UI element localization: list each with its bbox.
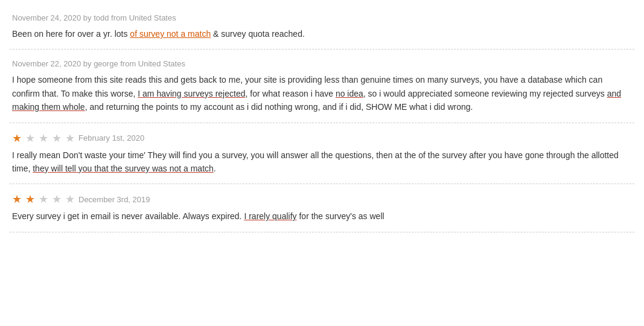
review-divider bbox=[10, 232, 634, 232]
highlighted-text: I rarely qualify bbox=[244, 211, 296, 221]
star-filled-icon: ★ bbox=[12, 133, 22, 144]
star-filled-icon: ★ bbox=[25, 194, 35, 205]
review-block: ★★★★★February 1st, 2020I really mean Don… bbox=[10, 127, 634, 181]
star-empty-icon: ★ bbox=[25, 133, 35, 144]
review-block: November 24, 2020 by todd from United St… bbox=[10, 7, 634, 45]
reviews-container: November 24, 2020 by todd from United St… bbox=[10, 7, 634, 232]
highlighted-text: and making them whole bbox=[12, 89, 621, 112]
stars-row: ★★★★★February 1st, 2020 bbox=[12, 133, 632, 144]
highlighted-text: they will tell you that the survey was n… bbox=[33, 164, 214, 173]
review-block: November 22, 2020 by george from United … bbox=[10, 53, 634, 118]
review-meta: November 24, 2020 by todd from United St… bbox=[12, 13, 632, 22]
review-block: ★★★★★December 3rd, 2019Every survey i ge… bbox=[10, 188, 634, 228]
review-divider bbox=[10, 49, 634, 50]
star-empty-icon: ★ bbox=[52, 133, 62, 144]
review-text: Been on here for over a yr. lots of surv… bbox=[12, 27, 632, 40]
review-meta: November 22, 2020 by george from United … bbox=[12, 59, 632, 68]
review-text: I really mean Don't waste your time' The… bbox=[12, 149, 632, 176]
star-empty-icon: ★ bbox=[52, 194, 62, 205]
stars-row: ★★★★★December 3rd, 2019 bbox=[12, 194, 632, 205]
review-meta: December 3rd, 2019 bbox=[78, 195, 150, 204]
review-text: Every survey i get in email is never ava… bbox=[12, 209, 632, 223]
highlighted-text: I am having surveys rejected bbox=[138, 89, 245, 98]
highlighted-text: of survey not a match bbox=[130, 29, 211, 39]
star-empty-icon: ★ bbox=[39, 133, 48, 144]
review-text: I hope someone from this site reads this… bbox=[12, 73, 632, 113]
star-filled-icon: ★ bbox=[12, 194, 22, 205]
star-empty-icon: ★ bbox=[39, 194, 48, 205]
highlighted-text: no idea bbox=[336, 89, 363, 98]
review-divider bbox=[10, 184, 634, 184]
star-empty-icon: ★ bbox=[65, 194, 75, 205]
review-divider bbox=[10, 123, 634, 123]
review-meta: February 1st, 2020 bbox=[78, 133, 144, 142]
star-empty-icon: ★ bbox=[65, 133, 75, 144]
